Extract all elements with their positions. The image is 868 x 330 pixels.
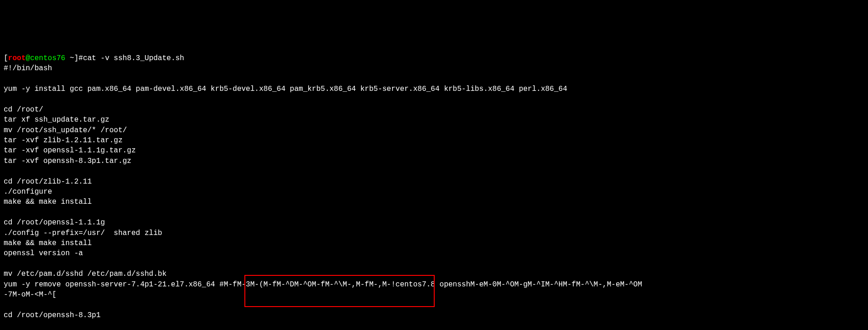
prompt-host: centos76: [30, 54, 66, 62]
prompt-at: @: [26, 54, 30, 62]
prompt-path: ~: [70, 54, 74, 62]
script-line: tar -xvf openssl-1.1.1g.tar.gz: [4, 146, 136, 155]
prompt-user: root: [8, 54, 26, 62]
script-line: cd /root/zlib-1.2.11: [4, 178, 92, 186]
script-line: tar xf ssh_update.tar.gz: [4, 116, 109, 124]
script-line-part: centos7.8 opensshM-eM-0M-^OM-gM-^IM-^HM-…: [396, 280, 642, 289]
prompt-close-bracket: ]: [74, 54, 79, 62]
command-text: cat -v ssh8.3_Update.sh: [83, 54, 184, 62]
script-line: ./config --prefix=/usr/ shared zlib: [4, 229, 162, 237]
script-line-highlighted: #M-fM-3M-(M-fM-^DM-^OM-fM-^\M-,M-fM-,M-!: [219, 280, 395, 289]
script-line: yum -y install gcc pam.x86_64 pam-devel.…: [4, 85, 567, 93]
script-line-part: yum -y remove openssh-server-7.4p1-21.el…: [4, 280, 219, 289]
script-line: openssl version -a: [4, 249, 83, 257]
prompt-hash: #: [78, 54, 83, 62]
script-line: -7M-oM-<M-^[: [4, 291, 56, 299]
script-line: mv /root/ssh_update/* /root/: [4, 126, 127, 134]
script-line: cd /root/: [4, 106, 43, 114]
script-line: ./configure: [4, 188, 52, 196]
script-line: tar -xvf zlib-1.2.11.tar.gz: [4, 136, 122, 145]
script-line: make && make install: [4, 239, 92, 247]
script-line: mv /etc/pam.d/sshd /etc/pam.d/sshd.bk: [4, 270, 166, 278]
script-line: make && make install: [4, 198, 92, 206]
highlight-annotation-box: [244, 275, 435, 307]
prompt-space: [65, 54, 70, 62]
script-line: cd /root/openssl-1.1.1g: [4, 218, 105, 227]
script-line: cd /root/openssh-8.3p1: [4, 311, 100, 319]
prompt-open-bracket: [: [4, 54, 8, 62]
script-line: tar -xvf openssh-8.3p1.tar.gz: [4, 157, 131, 165]
script-line: #!/bin/bash: [4, 64, 52, 73]
terminal-window: [root@centos76 ~]#cat -v ssh8.3_Update.s…: [4, 43, 864, 330]
